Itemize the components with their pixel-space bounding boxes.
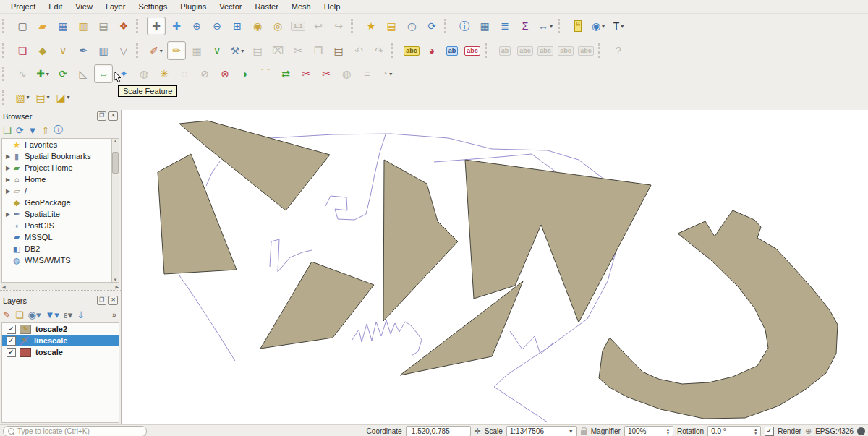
browser-close-icon[interactable]: ✕ [109, 111, 118, 121]
linescale-feature-4[interactable] [179, 275, 235, 361]
new-virtual-layer-button[interactable]: ▽ [114, 41, 133, 60]
toscale2-feature-2[interactable] [383, 160, 458, 321]
current-edits-dropdown-icon[interactable]: ▾ [160, 48, 163, 54]
expander-icon[interactable]: ▶ [4, 153, 12, 160]
toolbar-handle[interactable] [136, 43, 143, 58]
expander-icon[interactable]: ▶ [4, 176, 12, 183]
spinner-arrows-icon[interactable]: ▲▼ [754, 428, 757, 435]
zoom-in-button[interactable]: ⊕ [187, 17, 206, 35]
menu-plugins[interactable]: Plugins [174, 1, 213, 12]
browser-undock-icon[interactable]: ❐ [97, 111, 106, 121]
select-features-by-value-button[interactable]: ▤▾ [33, 88, 52, 107]
open-project-button[interactable]: ▰ [33, 17, 52, 35]
spinner-arrows-icon[interactable]: ▲▼ [666, 428, 670, 435]
browser-horizontal-scrollbar[interactable]: ◀ ▶ [1, 283, 119, 290]
browser-item-postgis[interactable]: ◖PostGIS [2, 220, 111, 231]
new-shapefile-layer-button[interactable]: ∨ [54, 41, 72, 60]
text-annotation-button[interactable]: T▾ [609, 17, 628, 35]
remove-layer-icon[interactable]: ⇓ [77, 309, 85, 320]
zoom-out-button[interactable]: ⊖ [208, 17, 226, 35]
browser-item-project-home[interactable]: ▶▰Project Home [2, 162, 111, 174]
statistics-panel-button[interactable]: ≣ [495, 17, 514, 35]
add-polygon-feature-button[interactable]: ∨ [208, 41, 226, 60]
layer-row-toscale[interactable]: ✓toscale [2, 346, 119, 358]
select-features-by-area-button[interactable]: ▧▾ [13, 88, 32, 107]
text-annotation-dropdown-icon[interactable]: ▾ [621, 23, 624, 30]
run-feature-action-dropdown-icon[interactable]: ▾ [602, 23, 605, 30]
add-group-icon[interactable]: ❏ [15, 309, 24, 320]
layers-toolbar-overflow-icon[interactable]: » [112, 310, 116, 319]
menu-view[interactable]: View [69, 1, 99, 12]
layer-row-toscale2[interactable]: ✓✎toscale2 [2, 323, 119, 335]
toscale2-feature-3[interactable] [260, 262, 374, 349]
paste-features-button[interactable]: ▤ [329, 41, 348, 60]
deselect-features-all-layers-button[interactable]: ◪▾ [54, 88, 72, 107]
select-features-by-value-dropdown-icon[interactable]: ▾ [47, 94, 50, 101]
toolbar-handle[interactable] [2, 19, 9, 33]
scroll-up-icon[interactable]: ▲ [114, 139, 118, 143]
expander-icon[interactable]: ▶ [4, 211, 12, 218]
browser-item-geopackage[interactable]: ◆GeoPackage [2, 197, 111, 208]
highlight-pinned-labels-button[interactable]: abc [463, 41, 482, 60]
save-project-button[interactable]: ▦ [54, 17, 72, 35]
coordinate-input[interactable]: -1.520,0.785 [406, 426, 471, 436]
layer-row-linescale[interactable]: ✓✎linescale [2, 335, 119, 346]
style-manager-button[interactable]: ❖ [114, 17, 133, 35]
toscale2-feature-5[interactable] [465, 160, 651, 322]
scale-combobox[interactable]: 1:1347506 ▼ [506, 426, 577, 436]
map-tips-button[interactable]: ❝ [569, 17, 587, 35]
toscale2-feature-4[interactable] [400, 281, 523, 375]
menu-mesh[interactable]: Mesh [285, 1, 318, 12]
toolbar-handle[interactable] [444, 19, 451, 33]
browser-item-spatial-bookmarks[interactable]: ▶▮Spatial Bookmarks [2, 150, 111, 162]
magnifier-spinner[interactable]: 100% ▲▼ [624, 426, 673, 436]
layer-visibility-checkbox[interactable]: ✓ [7, 325, 16, 334]
add-part-button[interactable]: ✳ [155, 64, 174, 83]
zoom-to-selection-button[interactable]: ◉ [248, 17, 267, 35]
locator-search-input[interactable]: Type to locate (Ctrl+K) [3, 426, 147, 436]
trim-extend-feature-button[interactable]: ◺ [74, 64, 93, 83]
toolbar-handle[interactable] [391, 43, 399, 58]
new-project-button[interactable]: ▢ [13, 17, 32, 35]
vertex-tool-button[interactable]: ⚒▾ [228, 41, 247, 60]
measure-line-button[interactable]: ↔▾ [536, 17, 555, 35]
toolbar-handle[interactable] [2, 90, 9, 105]
browser-properties-icon[interactable]: ⓘ [54, 124, 63, 137]
browser-item-db2[interactable]: ◧DB2 [2, 243, 111, 255]
crs-status[interactable]: EPSG:4326 [815, 427, 854, 435]
move-feature-button[interactable]: ✚▾ [33, 64, 52, 83]
scroll-left-icon[interactable]: ◀ [2, 284, 6, 289]
vertex-tool-dropdown-icon[interactable]: ▾ [241, 48, 244, 54]
toolbar-handle[interactable] [485, 43, 492, 58]
browser-vertical-scrollbar[interactable]: ▲ ▼ [111, 139, 119, 282]
expander-icon[interactable]: ▶ [4, 188, 12, 195]
identify-features-button[interactable]: ⓘ [455, 17, 474, 35]
data-source-manager-button[interactable]: ❏ [13, 41, 32, 60]
collapse-all-icon[interactable]: ⇑ [41, 125, 49, 136]
layout-manager-button[interactable]: ▤ [94, 17, 113, 35]
move-feature-dropdown-icon[interactable]: ▾ [46, 71, 49, 77]
menu-edit[interactable]: Edit [42, 1, 69, 12]
menu-settings[interactable]: Settings [132, 1, 174, 12]
reshape-features-button[interactable]: ◗ [236, 64, 255, 83]
new-temporary-scratch-layer-button[interactable]: ▥ [94, 41, 113, 60]
deselect-features-all-layers-dropdown-icon[interactable]: ▾ [67, 94, 70, 101]
menu-help[interactable]: Help [318, 1, 347, 12]
scroll-right-icon[interactable]: ▶ [115, 284, 119, 289]
manage-map-themes-icon[interactable]: ◉▾ [28, 309, 41, 320]
browser-item-favorites[interactable]: ★Favorites [2, 139, 111, 150]
toolbar-handle[interactable] [136, 19, 143, 33]
show-spatial-bookmarks-button[interactable]: ▤ [382, 17, 401, 35]
pan-map-button[interactable]: ✚ [147, 17, 166, 35]
toolbar-handle[interactable] [2, 43, 9, 58]
browser-item-spatialite[interactable]: ▶✒SpatiaLite [2, 208, 111, 220]
scroll-down-icon[interactable]: ▼ [114, 278, 118, 282]
lock-scale-icon[interactable] [581, 430, 587, 435]
rotate-feature-button[interactable]: ⟳ [54, 64, 72, 83]
reverse-line-button[interactable]: ⇄ [276, 64, 295, 83]
menu-vector[interactable]: Vector [213, 1, 248, 12]
temporal-controller-button[interactable]: ◷ [402, 17, 421, 35]
toolbar-handle[interactable] [558, 19, 565, 33]
browser-item-home[interactable]: ▶⌂Home [2, 174, 111, 185]
split-features-button[interactable]: ✂ [297, 64, 315, 83]
